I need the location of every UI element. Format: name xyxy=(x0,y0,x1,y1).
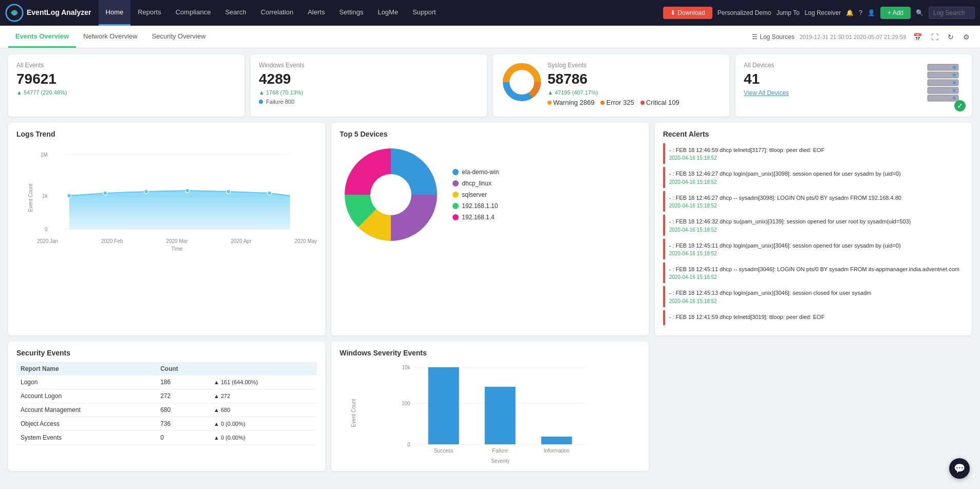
error-dot xyxy=(600,101,605,105)
menu-search[interactable]: Search xyxy=(218,0,253,26)
top5-title: Top 5 Devices xyxy=(340,130,640,138)
alert-item: - : FEB 18 12:46:27 dhcp -- sysadm[3098]… xyxy=(663,191,964,212)
syslog-events-card: Syslog Events 58786 ▲ 47195 (407.17%) Wa… xyxy=(493,54,729,117)
pie-row: ela-demo-win dhcp_linux sqlserver 192.16… xyxy=(340,143,640,246)
logo-area[interactable]: EventLog Analyzer xyxy=(5,4,91,22)
svg-point-25 xyxy=(144,190,148,194)
jump-to-link[interactable]: Jump To xyxy=(776,9,799,16)
menu-compliance[interactable]: Compliance xyxy=(168,0,218,26)
svg-text:100: 100 xyxy=(402,401,410,406)
legend-ip2: 192.168.1.4 xyxy=(453,214,499,221)
syslog-value: 58786 xyxy=(548,71,680,87)
menu-alerts[interactable]: Alerts xyxy=(300,0,332,26)
sub-navigation: Events Overview Network Overview Securit… xyxy=(0,26,980,48)
alert-item: - : FEB 18 12:41:59 dhcp telnetd[3019]: … xyxy=(663,310,964,325)
windows-events-card: Windows Events 4289 ▲ 1768 (70.13%) Fail… xyxy=(251,54,487,117)
menu-settings[interactable]: Settings xyxy=(332,0,370,26)
svg-point-23 xyxy=(67,194,71,198)
log-sources-button[interactable]: ☰ Log Sources xyxy=(752,33,794,41)
search-input[interactable] xyxy=(929,7,975,19)
recent-alerts-card: Recent Alerts - : FEB 18 12:46:59 dhcp t… xyxy=(655,123,972,335)
table-row: Object Access 736 ▲ 0 (0.00%) xyxy=(16,417,317,431)
alert-msg: - : FEB 18 12:45:11 dhcp login(pam_unix)… xyxy=(669,242,959,250)
alert-item: - : FEB 18 12:45:11 dhcp login(pam_unix)… xyxy=(663,239,964,259)
calendar-icon[interactable]: 📅 xyxy=(911,32,924,42)
syslog-change: ▲ 47195 (407.17%) xyxy=(548,89,680,96)
menu-reports[interactable]: Reports xyxy=(130,0,168,26)
svg-point-27 xyxy=(227,190,231,194)
alert-msg: - : FEB 18 12:41:59 dhcp telnetd[3019]: … xyxy=(669,313,959,321)
download-button[interactable]: ⬇ Download xyxy=(663,7,712,19)
personalized-demo-link[interactable]: Personalized Demo xyxy=(718,9,771,16)
date-range-label: 2019-12-31 21:30:01 2020-05-07 21:29:59 xyxy=(800,34,906,40)
menu-home[interactable]: Home xyxy=(99,0,131,26)
svg-rect-38 xyxy=(541,437,572,444)
svg-point-13 xyxy=(953,81,956,84)
logo-icon xyxy=(5,4,24,22)
recent-alerts-title: Recent Alerts xyxy=(663,130,964,138)
tab-network-overview[interactable]: Network Overview xyxy=(76,26,144,48)
svg-rect-37 xyxy=(485,387,516,444)
menu-logme[interactable]: LogMe xyxy=(370,0,405,26)
svg-text:Success: Success xyxy=(434,448,454,454)
refresh-icon[interactable]: ↻ xyxy=(946,32,956,42)
alert-time: 2020-04-16 15:18:52 xyxy=(669,179,959,185)
search-icon[interactable]: 🔍 xyxy=(916,9,924,16)
top5-devices-card: Top 5 Devices xyxy=(331,123,648,335)
all-devices-value: 41 xyxy=(744,71,917,87)
top-navigation: EventLog Analyzer Home Reports Complianc… xyxy=(0,0,980,26)
x-labels: 2020 Jan 2020 Feb 2020 Mar 2020 Apr 2020… xyxy=(37,238,317,244)
windows-events-label: Windows Events xyxy=(259,62,479,69)
windows-events-sub: Failure 800 xyxy=(259,99,479,105)
second-row: Logs Trend Event Count 1M 1k 0 xyxy=(8,123,972,335)
alert-msg: - : FEB 18 12:45:13 dhcp login(pam_unix)… xyxy=(669,289,959,297)
tab-security-overview[interactable]: Security Overview xyxy=(145,26,213,48)
all-events-card: All Events 79621 ▲ 54777 (220.48%) xyxy=(8,54,244,117)
menu-support[interactable]: Support xyxy=(405,0,443,26)
all-events-value: 79621 xyxy=(16,71,236,87)
bottom-right-placeholder xyxy=(655,342,972,471)
svg-point-11 xyxy=(953,66,956,69)
svg-text:Information: Information xyxy=(544,448,570,454)
svg-point-14 xyxy=(953,89,956,92)
syslog-donut xyxy=(501,62,542,104)
alert-time: 2020-04-16 15:18:52 xyxy=(669,251,959,256)
expand-icon[interactable]: ⛶ xyxy=(929,32,940,42)
legend-dhcp-linux: dhcp_linux xyxy=(453,180,499,187)
alert-msg: - : FEB 18 12:46:59 dhcp telnetd[3177]: … xyxy=(669,146,959,154)
all-events-label: All Events xyxy=(16,62,236,69)
legend-dot-blue xyxy=(453,169,459,175)
alert-msg: - : FEB 18 12:46:27 dhcp -- sysadm[3098]… xyxy=(669,194,959,202)
security-events-title: Security Events xyxy=(16,349,317,357)
view-all-devices-link[interactable]: View All Devices xyxy=(744,89,917,97)
logs-trend-y-label: Event Count xyxy=(28,183,33,212)
main-menu: Home Reports Compliance Search Correlati… xyxy=(99,0,443,26)
device-status-badge: ✓ xyxy=(954,100,966,111)
sub-nav-right: ☰ Log Sources 2019-12-31 21:30:01 2020-0… xyxy=(752,32,972,42)
log-receiver-link[interactable]: Log Receiver xyxy=(805,9,841,16)
svg-text:1M: 1M xyxy=(41,152,48,158)
add-button[interactable]: + Add xyxy=(880,7,911,19)
pie-chart-svg xyxy=(340,143,442,246)
svg-text:0: 0 xyxy=(407,442,410,447)
user-icon[interactable]: 👤 xyxy=(868,9,875,16)
legend-dot-purple xyxy=(453,180,459,186)
svg-text:10k: 10k xyxy=(402,365,411,370)
bar-y-label: Event Count xyxy=(351,399,356,427)
alerts-list: - : FEB 18 12:46:59 dhcp telnetd[3177]: … xyxy=(663,143,964,328)
tab-events-overview[interactable]: Events Overview xyxy=(8,26,76,48)
help-icon[interactable]: ? xyxy=(859,9,862,16)
alert-item: - : FEB 18 12:46:59 dhcp telnetd[3177]: … xyxy=(663,143,964,164)
server-graphic: ✓ xyxy=(922,62,964,109)
svg-text:0: 0 xyxy=(45,227,48,232)
logs-trend-title: Logs Trend xyxy=(16,130,317,138)
svg-point-29 xyxy=(370,174,411,215)
svg-text:Failure: Failure xyxy=(493,448,508,454)
alert-msg: - : FEB 18 12:45:11 dhcp -- sysadm[3046]… xyxy=(669,266,959,273)
bell-icon[interactable]: 🔔 xyxy=(846,9,854,16)
settings-icon[interactable]: ⚙ xyxy=(961,32,972,42)
menu-correlation[interactable]: Correlation xyxy=(254,0,301,26)
svg-point-28 xyxy=(268,191,272,195)
svg-point-15 xyxy=(953,97,956,100)
chat-bubble[interactable]: 💬 xyxy=(949,458,970,477)
